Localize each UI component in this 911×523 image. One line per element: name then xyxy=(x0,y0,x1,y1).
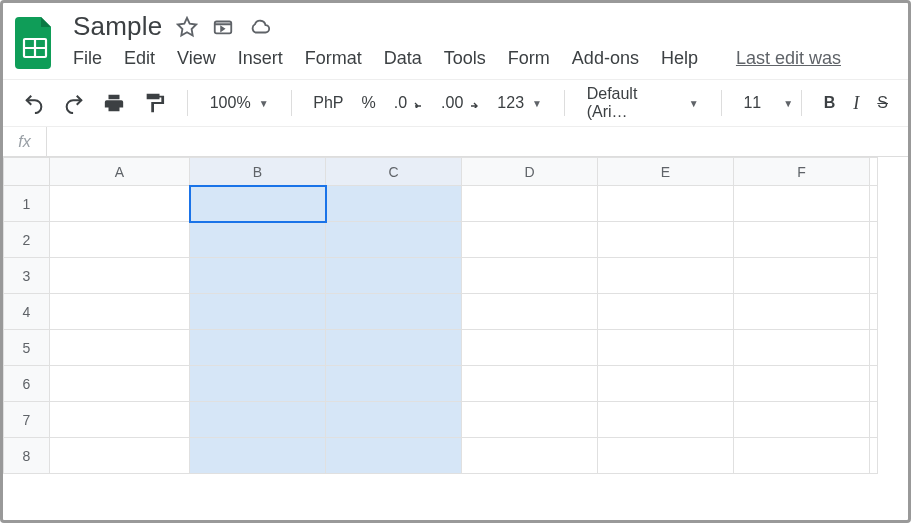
col-header-B[interactable]: B xyxy=(190,158,326,186)
bold-button[interactable]: B xyxy=(820,92,840,114)
select-all-corner[interactable] xyxy=(4,158,50,186)
cell-B7[interactable] xyxy=(190,402,326,438)
cell-D7[interactable] xyxy=(462,402,598,438)
cell-C1[interactable] xyxy=(326,186,462,222)
cell-E4[interactable] xyxy=(598,294,734,330)
cell-F3[interactable] xyxy=(734,258,870,294)
cell-E3[interactable] xyxy=(598,258,734,294)
cell-A5[interactable] xyxy=(50,330,190,366)
row-header-8[interactable]: 8 xyxy=(4,438,50,474)
cell-F6[interactable] xyxy=(734,366,870,402)
row-header-4[interactable]: 4 xyxy=(4,294,50,330)
move-icon[interactable] xyxy=(212,16,234,38)
cell-F4[interactable] xyxy=(734,294,870,330)
cell-D6[interactable] xyxy=(462,366,598,402)
currency-button[interactable]: PhP xyxy=(309,92,347,114)
cell-E6[interactable] xyxy=(598,366,734,402)
menu-view[interactable]: View xyxy=(177,48,216,69)
formula-input[interactable] xyxy=(47,127,908,156)
cell-E7[interactable] xyxy=(598,402,734,438)
cell-F5[interactable] xyxy=(734,330,870,366)
cell-D3[interactable] xyxy=(462,258,598,294)
cell-C6[interactable] xyxy=(326,366,462,402)
font-select[interactable]: Default (Ari… ▼ xyxy=(583,83,703,123)
cell-C4[interactable] xyxy=(326,294,462,330)
col-header-E[interactable]: E xyxy=(598,158,734,186)
percent-button[interactable]: % xyxy=(358,92,380,114)
cell-B2[interactable] xyxy=(190,222,326,258)
row-header-1[interactable]: 1 xyxy=(4,186,50,222)
row-header-5[interactable]: 5 xyxy=(4,330,50,366)
cell-F8[interactable] xyxy=(734,438,870,474)
cell-A7[interactable] xyxy=(50,402,190,438)
row-header-7[interactable]: 7 xyxy=(4,402,50,438)
font-size-select[interactable]: 11 ▼ xyxy=(739,92,783,114)
last-edit-link[interactable]: Last edit was xyxy=(736,48,841,69)
paint-format-icon[interactable] xyxy=(139,90,169,116)
strikethrough-button[interactable]: S xyxy=(873,92,892,114)
doc-title[interactable]: Sample xyxy=(73,11,162,42)
cell-B8[interactable] xyxy=(190,438,326,474)
font-size-value: 11 xyxy=(743,94,761,112)
redo-icon[interactable] xyxy=(59,90,89,116)
cell-A2[interactable] xyxy=(50,222,190,258)
decrease-decimal-button[interactable]: .0 xyxy=(390,92,427,114)
cell-C3[interactable] xyxy=(326,258,462,294)
menu-insert[interactable]: Insert xyxy=(238,48,283,69)
menu-help[interactable]: Help xyxy=(661,48,698,69)
cell-B6[interactable] xyxy=(190,366,326,402)
cell-E5[interactable] xyxy=(598,330,734,366)
font-value: Default (Ari… xyxy=(587,85,681,121)
cell-A8[interactable] xyxy=(50,438,190,474)
menu-bar: File Edit View Insert Format Data Tools … xyxy=(73,48,896,69)
cell-F7[interactable] xyxy=(734,402,870,438)
cell-E8[interactable] xyxy=(598,438,734,474)
cell-D5[interactable] xyxy=(462,330,598,366)
menu-form[interactable]: Form xyxy=(508,48,550,69)
spreadsheet-grid[interactable]: A B C D E F 1 2 3 4 5 6 7 8 xyxy=(3,157,908,474)
col-header-D[interactable]: D xyxy=(462,158,598,186)
col-header-F[interactable]: F xyxy=(734,158,870,186)
number-format-select[interactable]: 123 ▼ xyxy=(493,92,546,114)
menu-file[interactable]: File xyxy=(73,48,102,69)
row-header-2[interactable]: 2 xyxy=(4,222,50,258)
cell-B4[interactable] xyxy=(190,294,326,330)
cell-F2[interactable] xyxy=(734,222,870,258)
cell-C8[interactable] xyxy=(326,438,462,474)
increase-decimal-button[interactable]: .00 xyxy=(437,92,483,114)
cell-A1[interactable] xyxy=(50,186,190,222)
cell-C7[interactable] xyxy=(326,402,462,438)
chevron-down-icon: ▼ xyxy=(532,98,542,109)
cell-B5[interactable] xyxy=(190,330,326,366)
menu-tools[interactable]: Tools xyxy=(444,48,486,69)
row-header-6[interactable]: 6 xyxy=(4,366,50,402)
cell-A4[interactable] xyxy=(50,294,190,330)
cell-D2[interactable] xyxy=(462,222,598,258)
cell-B1[interactable] xyxy=(190,186,326,222)
cell-E1[interactable] xyxy=(598,186,734,222)
italic-button[interactable]: I xyxy=(849,91,863,116)
cell-C5[interactable] xyxy=(326,330,462,366)
cell-A6[interactable] xyxy=(50,366,190,402)
cell-E2[interactable] xyxy=(598,222,734,258)
cell-B3[interactable] xyxy=(190,258,326,294)
cell-D4[interactable] xyxy=(462,294,598,330)
cell-F1[interactable] xyxy=(734,186,870,222)
undo-icon[interactable] xyxy=(19,90,49,116)
menu-data[interactable]: Data xyxy=(384,48,422,69)
print-icon[interactable] xyxy=(99,90,129,116)
menu-addons[interactable]: Add-ons xyxy=(572,48,639,69)
row-header-3[interactable]: 3 xyxy=(4,258,50,294)
cell-A3[interactable] xyxy=(50,258,190,294)
col-header-C[interactable]: C xyxy=(326,158,462,186)
cell-D8[interactable] xyxy=(462,438,598,474)
menu-edit[interactable]: Edit xyxy=(124,48,155,69)
cloud-icon[interactable] xyxy=(248,16,272,38)
zoom-select[interactable]: 100% ▼ xyxy=(206,92,273,114)
col-header-A[interactable]: A xyxy=(50,158,190,186)
cell-C2[interactable] xyxy=(326,222,462,258)
sheets-logo[interactable] xyxy=(15,17,55,69)
menu-format[interactable]: Format xyxy=(305,48,362,69)
cell-D1[interactable] xyxy=(462,186,598,222)
star-icon[interactable] xyxy=(176,16,198,38)
